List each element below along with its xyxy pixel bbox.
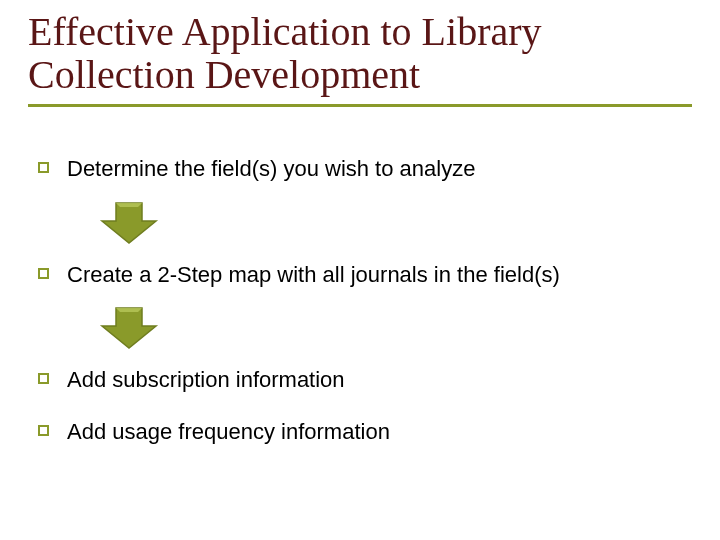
bullet-text: Add usage frequency information [67,418,390,446]
bullet-item: Add usage frequency information [38,418,682,446]
arrow-slot [98,199,682,251]
bullet-text: Determine the field(s) you wish to analy… [67,155,475,183]
bullet-item: Create a 2-Step map with all journals in… [38,261,682,289]
content-area: Determine the field(s) you wish to analy… [38,155,682,461]
down-arrow-icon [98,199,160,247]
bullet-item: Determine the field(s) you wish to analy… [38,155,682,183]
bullet-item: Add subscription information [38,366,682,394]
title-block: Effective Application to Library Collect… [28,10,692,107]
title-underline [28,104,692,107]
square-bullet-icon [38,425,49,436]
arrow-slot [98,304,682,356]
bullet-text: Add subscription information [67,366,345,394]
square-bullet-icon [38,268,49,279]
slide-title: Effective Application to Library Collect… [28,10,692,96]
bullet-text: Create a 2-Step map with all journals in… [67,261,560,289]
down-arrow-icon [98,304,160,352]
square-bullet-icon [38,373,49,384]
square-bullet-icon [38,162,49,173]
